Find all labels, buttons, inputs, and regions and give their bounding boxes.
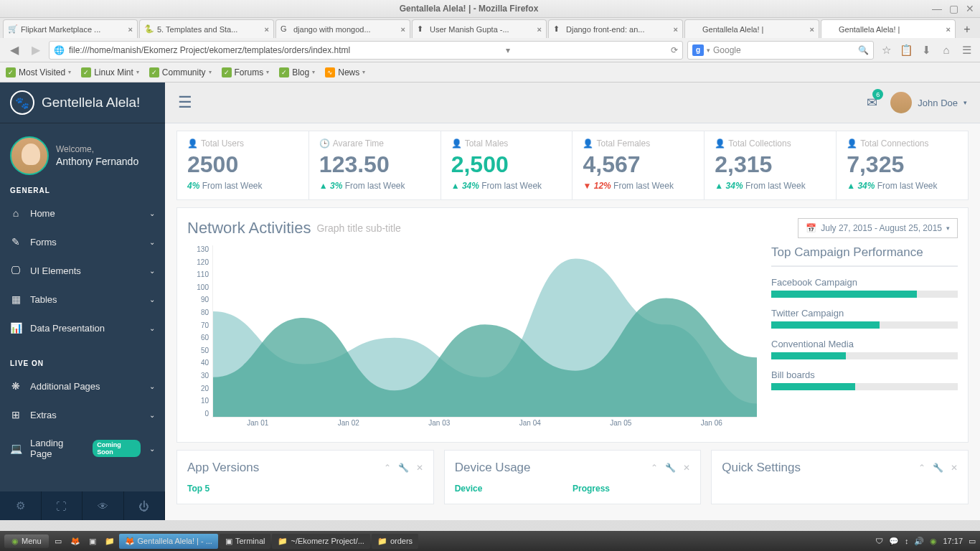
chevron-up-icon[interactable]: ⌃ [384, 463, 391, 473]
maximize-button[interactable]: ▢ [949, 3, 958, 14]
tray-volume-icon[interactable]: 🔊 [914, 537, 924, 546]
close-tab-icon[interactable]: × [674, 25, 678, 34]
google-icon: g [692, 44, 704, 56]
close-icon[interactable]: ✕ [951, 463, 958, 473]
close-tab-icon[interactable]: × [537, 25, 542, 34]
mail-badge: 6 [872, 89, 883, 100]
tab-label: 5. Templates and Sta... [157, 25, 237, 34]
taskbar: ◉ Menu ▭ 🦊 ▣ 📁 🦊Gentallela Alela! | - ..… [0, 531, 980, 551]
chevron-up-icon[interactable]: ⌃ [918, 463, 925, 473]
search-box[interactable]: g ▾ Google 🔍 [687, 41, 874, 60]
bookmark-item[interactable]: ✓Forums▾ [222, 67, 270, 77]
taskbar-button[interactable]: 🦊Gentallela Alela! | - ... [119, 534, 218, 549]
browser-tab[interactable]: Gentallela Alela! |× [684, 19, 819, 38]
campaigns-title: Top Campaign Performance [771, 245, 958, 267]
browser-tab[interactable]: Gentallela Alela! |× [821, 19, 956, 38]
task-label: orders [390, 537, 413, 545]
mail-icon[interactable]: ✉ 6 [867, 95, 877, 110]
welcome-text: Welcome, [56, 144, 138, 154]
clock[interactable]: 17:17 [943, 537, 963, 545]
browser-tab[interactable]: ⬆User Manish Gupta -...× [412, 19, 547, 38]
tile-sub: ▲ 34% From last Week [715, 181, 826, 191]
section-general: GENERAL [0, 182, 165, 199]
tile-label: 🕒 Avarare Time [319, 138, 430, 149]
close-tab-icon[interactable]: × [946, 25, 951, 34]
downloads-icon[interactable]: ⬇ [918, 42, 934, 58]
close-icon[interactable]: ✕ [416, 463, 423, 473]
user-dropdown[interactable]: John Doe ▾ [890, 92, 967, 113]
close-tab-icon[interactable]: × [401, 25, 405, 34]
sidebar-item[interactable]: ⊞Extras ⌄ [0, 400, 165, 429]
menu-icon[interactable]: ☰ [958, 42, 974, 58]
home-icon[interactable]: ⌂ [938, 42, 954, 58]
bookmark-item[interactable]: ✓Most Visited▾ [6, 67, 71, 77]
close-button[interactable]: ✕ [966, 3, 974, 14]
start-menu[interactable]: ◉ Menu [4, 534, 49, 548]
taskbar-button[interactable]: 📁orders [372, 534, 418, 549]
bookmark-item[interactable]: ✓Community▾ [149, 67, 212, 77]
hamburger-icon[interactable]: ☰ [178, 93, 192, 112]
menu-icon: ❋ [10, 380, 22, 392]
tray-network-icon[interactable]: ↕ [905, 537, 909, 545]
brand[interactable]: 🐾 Gentellela Alela! [0, 83, 165, 123]
back-button[interactable]: ◀ [6, 42, 23, 59]
avatar[interactable] [10, 136, 49, 175]
browser-tab[interactable]: ⬆Django front-end: an...× [548, 19, 683, 38]
settings-icon[interactable]: ⚙ [0, 491, 42, 520]
sidebar-item[interactable]: ❋Additional Pages ⌄ [0, 372, 165, 400]
bookmark-star-icon[interactable]: ☆ [878, 42, 894, 58]
taskbar-button[interactable]: 📁~/Ekomerz Project/... [272, 534, 369, 549]
tray-shield-icon[interactable]: 🛡 [875, 537, 883, 545]
sidebar-item[interactable]: 📊Data Presentation ⌄ [0, 314, 165, 342]
close-tab-icon[interactable]: × [265, 25, 269, 34]
close-tab-icon[interactable]: × [810, 25, 814, 34]
chevron-down-icon: ▾ [209, 69, 212, 75]
reload-icon[interactable]: ⟳ [671, 45, 678, 55]
tray-user-icon[interactable]: ▭ [969, 537, 976, 546]
minimize-button[interactable]: — [932, 3, 942, 14]
sidebar-item[interactable]: ⌂Home ⌄ [0, 199, 165, 227]
lock-icon[interactable]: 👁 [83, 491, 124, 520]
browser-tab[interactable]: Gdjango with mongod...× [275, 19, 410, 38]
sidebar-item[interactable]: ▦Tables ⌄ [0, 285, 165, 314]
bookmark-item[interactable]: ✓Linux Mint▾ [81, 67, 139, 77]
tile-pct: 34% [857, 181, 875, 191]
url-bar[interactable]: 🌐 file:///home/manish/Ekomerz Project/ek… [49, 41, 683, 60]
date-range-picker[interactable]: 📅 July 27, 2015 - August 25, 2015 ▾ [798, 218, 958, 238]
terminal-icon[interactable]: ▣ [85, 533, 100, 549]
chevron-up-icon[interactable]: ⌃ [651, 463, 658, 473]
firefox-icon[interactable]: 🦊 [67, 533, 83, 549]
sidebar-item[interactable]: 💻Landing Page Coming Soon⌄ [0, 429, 165, 468]
sidebar-item[interactable]: 🖵UI Elements ⌄ [0, 256, 165, 285]
new-tab-button[interactable]: + [957, 21, 977, 38]
bookmark-item[interactable]: ∿News▾ [325, 67, 365, 77]
show-desktop-icon[interactable]: ▭ [50, 533, 66, 549]
task-icon: 🦊 [125, 537, 135, 546]
bookmark-item[interactable]: ✓Blog▾ [279, 67, 315, 77]
small-panel: Device Usage⌃🔧✕DeviceProgress [444, 450, 702, 504]
tray-power-icon[interactable]: ◉ [930, 537, 937, 546]
wrench-icon[interactable]: 🔧 [665, 463, 676, 473]
taskbar-button[interactable]: ▣Terminal [220, 534, 271, 549]
wrench-icon[interactable]: 🔧 [398, 463, 409, 473]
clipboard-icon[interactable]: 📋 [898, 42, 914, 58]
bookmark-icon: ✓ [222, 67, 232, 77]
logout-icon[interactable]: ⏻ [124, 491, 166, 520]
search-icon[interactable]: 🔍 [858, 45, 869, 55]
tile-pct: 34% [726, 181, 743, 191]
tile-sub: ▲ 34% From last Week [451, 181, 562, 191]
files-icon[interactable]: 📁 [102, 533, 118, 549]
caret-icon: ▼ [583, 181, 591, 191]
browser-tab[interactable]: 🛒Flipkart Marketplace ...× [3, 19, 138, 38]
close-tab-icon[interactable]: × [128, 25, 133, 34]
tray-chat-icon[interactable]: 💬 [889, 537, 899, 546]
dropdown-icon[interactable]: ▾ [506, 45, 510, 55]
close-icon[interactable]: ✕ [683, 463, 690, 473]
browser-tab[interactable]: 🐍5. Templates and Sta...× [139, 19, 274, 38]
wrench-icon[interactable]: 🔧 [933, 463, 943, 473]
fullscreen-icon[interactable]: ⛶ [42, 491, 83, 520]
search-caret[interactable]: ▾ [707, 47, 710, 54]
sidebar-item[interactable]: ✎Forms ⌄ [0, 227, 165, 256]
tile-sub: 4% From last Week [187, 181, 298, 191]
bookmark-label: News [338, 67, 359, 77]
